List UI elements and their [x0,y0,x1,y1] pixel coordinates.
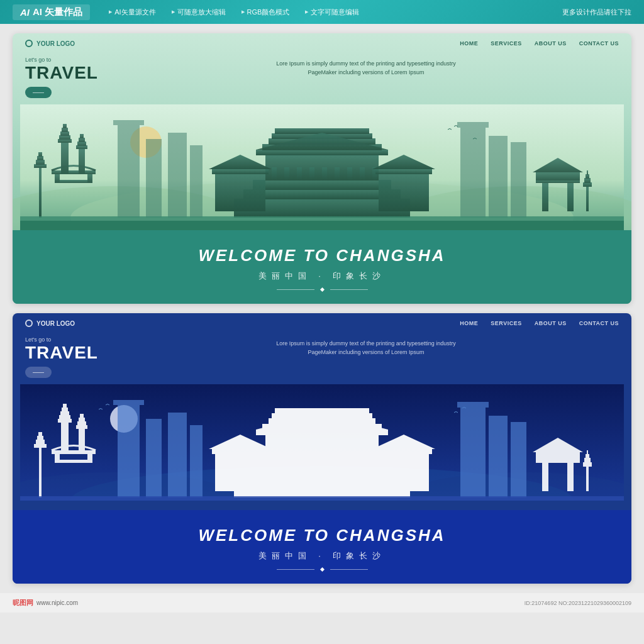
svg-rect-13 [52,170,96,174]
svg-rect-55 [511,142,526,218]
svg-rect-106 [335,447,340,460]
svg-rect-133 [20,501,624,510]
hero-desc-line1-dark: Lore Ipsum is simply dummy text of the p… [113,340,619,348]
svg-rect-79 [87,453,92,463]
svg-rect-116 [146,419,162,497]
svg-rect-128 [583,462,592,467]
svg-rect-51 [190,145,203,218]
svg-rect-72 [39,447,42,497]
svg-rect-35 [284,167,289,180]
welcome-subtitle-light: 美丽中国 · 印象长沙 [25,270,619,282]
svg-rect-124 [536,452,580,460]
card-dark: YOUR LOGO HOME SERVICES ABOUT US CONTACT… [13,313,631,584]
svg-rect-96 [256,430,388,435]
svg-rect-38 [322,167,327,180]
svg-rect-19 [63,124,67,128]
divider-diamond-dark [319,567,324,572]
logo-area-dark: YOUR LOGO [25,319,75,327]
svg-rect-91 [80,414,84,418]
nav-contact-dark[interactable]: CONTACT US [579,320,619,326]
divider-line-right-dark [330,569,368,570]
banner-item-1: AI矢量源文件 [109,8,155,17]
svg-rect-40 [347,167,352,180]
svg-rect-52 [460,126,486,218]
svg-rect-16 [59,135,70,140]
svg-rect-48 [113,120,144,125]
nipic-logo: 昵图网 [13,598,33,608]
svg-rect-12 [87,174,92,183]
svg-rect-11 [55,174,60,183]
svg-rect-47 [118,123,140,218]
svg-rect-37 [309,167,314,180]
svg-rect-87 [79,428,85,453]
brand-label: AI AI 矢量作品 [13,4,90,20]
svg-rect-49 [146,139,162,218]
nav-home-light[interactable]: HOME [460,40,478,47]
svg-rect-85 [62,408,68,412]
svg-rect-75 [37,436,43,440]
svg-rect-9 [38,152,42,157]
welcome-divider-dark [25,568,619,571]
logo-circle-light [25,40,33,47]
hero-desc-light: Lore Ipsum is simply dummy text of the p… [113,57,619,77]
svg-rect-53 [457,122,489,128]
watermark-left: 昵图网 www.nipic.com [13,598,78,608]
svg-rect-94 [253,460,391,470]
svg-rect-45 [379,174,429,211]
svg-rect-112 [379,453,429,491]
lets-go-dark: Let's go to [25,336,101,343]
hero-desc-dark: Lore Ipsum is simply dummy text of the p… [113,336,619,357]
svg-rect-57 [536,172,580,180]
hero-desc-line2-dark: PageMaker including versions of Lorem Ip… [113,348,619,357]
svg-rect-18 [62,128,68,132]
svg-rect-20 [79,148,85,174]
svg-rect-24 [80,134,84,138]
logo-circle-dark [25,319,33,327]
svg-rect-127 [586,466,589,491]
hero-area-light: Let's go to TRAVEL —— Lore Ipsum is simp… [13,53,631,104]
svg-rect-118 [190,425,203,497]
svg-rect-78 [55,453,60,463]
svg-rect-14 [61,142,69,174]
svg-rect-129 [584,458,591,463]
svg-rect-113 [375,449,432,454]
svg-rect-131 [587,450,588,455]
svg-rect-111 [212,449,269,454]
svg-rect-59 [567,183,574,211]
svg-rect-63 [586,174,589,179]
banner-more: 更多设计作品请往下拉 [562,8,631,17]
svg-rect-125 [542,463,548,491]
svg-rect-58 [542,183,548,211]
hero-btn-dark[interactable]: —— [25,367,52,378]
divider-diamond [319,287,324,292]
svg-rect-121 [489,416,508,497]
svg-rect-62 [584,178,591,183]
nav-services-light[interactable]: SERVICES [491,40,521,47]
svg-rect-36 [297,167,302,180]
nav-about-light[interactable]: ABOUT US [535,40,567,47]
hero-area-dark: Let's go to TRAVEL —— Lore Ipsum is simp… [13,333,631,384]
nav-about-dark[interactable]: ABOUT US [535,320,567,326]
svg-rect-110 [215,453,265,491]
logo-area-light: YOUR LOGO [25,40,75,47]
svg-rect-107 [347,447,352,460]
top-banner: AI AI 矢量作品 AI矢量源文件 可随意放大缩辑 RGB颜色模式 文字可随意… [0,0,644,24]
travel-title-dark: TRAVEL [25,344,101,362]
watermark-url: www.nipic.com [36,599,78,606]
svg-rect-27 [253,180,391,190]
svg-rect-126 [567,463,574,491]
hero-btn-light[interactable]: —— [25,87,52,98]
hero-desc-line1-light: Lore Ipsum is simply dummy text of the p… [113,60,619,69]
svg-rect-34 [272,167,277,180]
nav-services-dark[interactable]: SERVICES [491,320,521,326]
svg-rect-114 [118,403,140,497]
card-light: YOUR LOGO HOME SERVICES ABOUT US CONTACT… [13,33,631,304]
skyline-dark [13,384,631,510]
nav-contact-light[interactable]: CONTACT US [579,40,619,47]
nav-links-dark: HOME SERVICES ABOUT US CONTACT US [460,320,619,326]
svg-rect-61 [583,182,592,187]
svg-rect-23 [79,138,85,142]
svg-rect-119 [460,406,486,497]
nav-home-dark[interactable]: HOME [460,320,478,326]
svg-rect-80 [52,450,96,454]
